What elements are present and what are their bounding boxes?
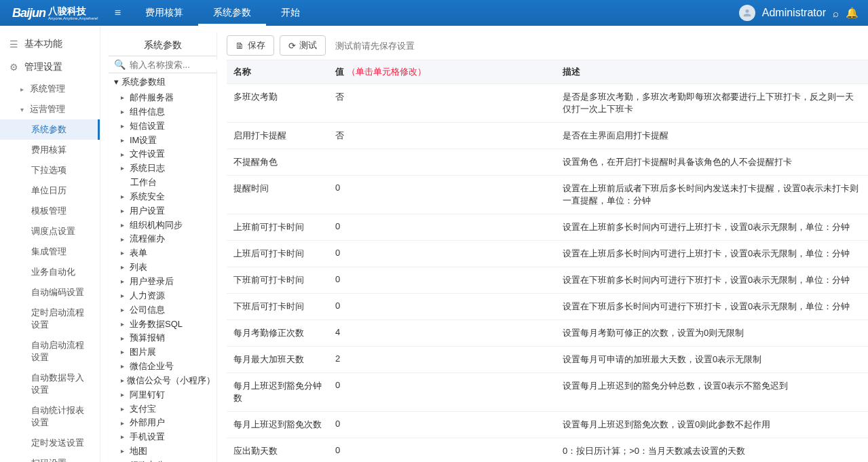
tree-node[interactable]: ▸用户登录后 <box>109 275 216 289</box>
caret-right-icon: ▸ <box>121 121 127 132</box>
caret-right-icon: ▸ <box>121 390 127 400</box>
tree-node[interactable]: ▸手机设置 <box>109 430 216 444</box>
table-row: 多班次考勤否是否是多班次考勤，多班次考勤即每班次都要进行上下班打卡，反之则一天仅… <box>227 84 868 123</box>
cell-value[interactable]: 否 <box>328 84 556 122</box>
nav-leaf[interactable]: 单位日历 <box>0 180 100 201</box>
tree-node[interactable]: ▸流程催办 <box>109 232 216 246</box>
nav-group[interactable]: ☰基本功能 <box>0 33 100 56</box>
caret-icon: ▸ <box>20 85 27 93</box>
cell-desc: 设置每月上班迟到的豁免分钟总数，设置0表示不豁免迟到 <box>556 373 868 411</box>
table-row: 启用打卡提醒否是否在主界面启用打卡提醒 <box>227 123 868 149</box>
nav-leaf[interactable]: 自动编码设置 <box>0 282 100 303</box>
nav-leaf[interactable]: 定时启动流程设置 <box>0 303 100 335</box>
tree-node[interactable]: ▸组件信息 <box>109 105 216 119</box>
nav-leaf[interactable]: 定时发送设置 <box>0 433 100 453</box>
nav-leaf[interactable]: 自动启动流程设置 <box>0 335 100 368</box>
avatar[interactable] <box>739 5 755 21</box>
tree-node[interactable]: ▸人力资源 <box>109 289 216 303</box>
tree-node[interactable]: ▸列表 <box>109 261 216 275</box>
cell-value[interactable]: 0 <box>328 267 556 293</box>
nav-leaf[interactable]: 下拉选项 <box>0 160 100 180</box>
tree-node[interactable]: ▸外部用户 <box>109 416 216 430</box>
tree-node[interactable]: ▸地图 <box>109 444 216 459</box>
logo-sub: Anyone,Anytime,Anywhere! <box>48 16 98 20</box>
main-content: 🗎 保存 ⟳ 测试 名称 值 （单击单元格修改） 描述 多班次考勤否是否是多班次… <box>217 26 868 462</box>
logo-cn: 八骏科技 <box>48 5 86 16</box>
caret-right-icon: ▸ <box>121 376 124 386</box>
cell-name: 上班后可打卡时间 <box>227 241 328 267</box>
tree-node[interactable]: ▸文件设置 <box>109 147 216 161</box>
cell-value[interactable]: 0 <box>328 241 556 267</box>
cell-name: 启用打卡提醒 <box>227 123 328 149</box>
tree-node[interactable]: 工作台 <box>109 176 216 190</box>
cell-name: 下班前可打卡时间 <box>227 267 328 293</box>
tree-node[interactable]: ▸行政办公 <box>109 459 216 462</box>
tree-node[interactable]: ▸系统安全 <box>109 190 216 204</box>
tree-root[interactable]: ▾ 系统参数组 <box>109 73 216 91</box>
tree-node[interactable]: ▸公司信息 <box>109 303 216 317</box>
nav-leaf[interactable]: 系统参数 <box>0 119 100 140</box>
nav-leaf[interactable]: 自动数据导入设置 <box>0 368 100 400</box>
cell-value[interactable]: 0 <box>328 214 556 240</box>
nav-leaf[interactable]: 业务自动化 <box>0 262 100 282</box>
tree-node[interactable]: ▸支付宝 <box>109 402 216 417</box>
tree-node[interactable]: ▸阿里钉钉 <box>109 388 216 402</box>
nav-leaf[interactable]: 调度点设置 <box>0 221 100 242</box>
nav-group[interactable]: ⚙管理设置 <box>0 56 100 79</box>
user-area: Administrator ⌕ 🔔 <box>739 5 868 21</box>
save-button[interactable]: 🗎 保存 <box>227 35 274 56</box>
nav-leaf[interactable]: 集成管理 <box>0 242 100 262</box>
param-tree: ▾ 系统参数组▸邮件服务器▸组件信息▸短信设置▸IM设置▸文件设置▸系统日志工作… <box>109 73 216 462</box>
cell-value[interactable]: 2 <box>328 347 556 372</box>
caret-icon: ▾ <box>20 106 27 113</box>
col-head-name: 名称 <box>227 60 328 83</box>
param-search: 🔍 <box>109 56 216 73</box>
cell-name: 多班次考勤 <box>227 84 328 122</box>
param-tree-panel: 系统参数 🔍 ▾ 系统参数组▸邮件服务器▸组件信息▸短信设置▸IM设置▸文件设置… <box>109 33 217 462</box>
test-button[interactable]: ⟳ 测试 <box>280 35 326 56</box>
tree-node[interactable]: ▸系统日志 <box>109 161 216 176</box>
top-tabs: 费用核算系统参数开始 <box>130 0 315 26</box>
nav-sub[interactable]: ▸系统管理 <box>0 79 100 99</box>
caret-down-icon: ▾ <box>114 77 119 87</box>
nav-sub[interactable]: ▾运营管理 <box>0 99 100 119</box>
top-tab-2[interactable]: 开始 <box>266 0 315 26</box>
caret-right-icon: ▸ <box>121 277 127 287</box>
tree-node[interactable]: ▸组织机构同步 <box>109 218 216 233</box>
cell-value[interactable]: 否 <box>328 123 556 149</box>
tree-node[interactable]: ▸用户设置 <box>109 204 216 218</box>
tree-node[interactable]: ▸邮件服务器 <box>109 91 216 105</box>
tree-node[interactable]: ▸预算报销 <box>109 331 216 345</box>
tree-node[interactable]: ▸业务数据SQL <box>109 317 216 332</box>
username[interactable]: Administrator <box>762 7 826 19</box>
cell-name: 不提醒角色 <box>227 149 328 175</box>
cell-name: 上班前可打卡时间 <box>227 214 328 240</box>
cell-desc: 设置在下班后多长时间内可进行下班打卡，设置0表示无限制，单位：分钟 <box>556 294 868 320</box>
menu-toggle-icon[interactable]: ≡ <box>105 7 130 19</box>
caret-right-icon: ▸ <box>121 305 127 315</box>
top-tab-1[interactable]: 系统参数 <box>198 0 266 26</box>
tree-node[interactable]: ▸图片展 <box>109 345 216 360</box>
nav-leaf[interactable]: 费用核算 <box>0 140 100 160</box>
nav-leaf[interactable]: 模板管理 <box>0 201 100 221</box>
cell-value[interactable]: 0 <box>328 176 556 214</box>
search-icon[interactable]: ⌕ <box>833 7 839 19</box>
caret-right-icon: ▸ <box>121 446 127 457</box>
top-tab-0[interactable]: 费用核算 <box>130 0 198 26</box>
caret-right-icon: ▸ <box>121 192 127 202</box>
cell-value[interactable]: 0 <box>328 438 556 462</box>
tree-node[interactable]: ▸微信公众号（小程序） <box>109 374 216 388</box>
nav-leaf[interactable]: 扫码设置 <box>0 453 100 462</box>
tree-node[interactable]: ▸短信设置 <box>109 119 216 134</box>
tree-node[interactable]: ▸微信企业号 <box>109 360 216 374</box>
cell-value[interactable]: 4 <box>328 320 556 346</box>
nav-leaf[interactable]: 自动统计报表设置 <box>0 400 100 433</box>
cell-desc: 设置在上班前多长时间内可进行上班打卡，设置0表示无限制，单位：分钟 <box>556 214 868 240</box>
cell-value[interactable] <box>328 149 556 175</box>
cell-value[interactable]: 0 <box>328 412 556 438</box>
bell-icon[interactable]: 🔔 <box>846 7 858 19</box>
cell-value[interactable]: 0 <box>328 294 556 320</box>
tree-node[interactable]: ▸IM设置 <box>109 134 216 148</box>
cell-value[interactable]: 0 <box>328 373 556 411</box>
tree-node[interactable]: ▸表单 <box>109 246 216 261</box>
